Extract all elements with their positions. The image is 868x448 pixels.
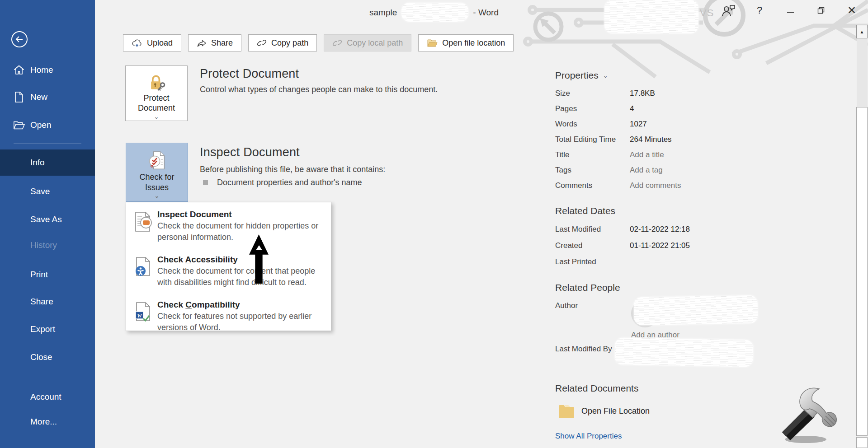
window-controls: ? ✕ (719, 2, 862, 19)
inspect-heading: Inspect Document (200, 145, 300, 159)
link-icon (332, 38, 342, 47)
new-document-icon (13, 91, 25, 103)
dropdown-caret-icon: ⌄ (154, 113, 159, 121)
scroll-up-button[interactable]: ▲ (856, 25, 868, 38)
add-tag-field[interactable]: Add a tag (630, 166, 663, 175)
menu-item-title: Check Compatibility (157, 300, 322, 310)
scrollbar-thumb[interactable] (856, 107, 868, 436)
upload-button[interactable]: Upload (123, 34, 181, 51)
home-icon (13, 64, 25, 76)
sidebar-divider (14, 144, 81, 144)
folder-icon (427, 38, 438, 47)
menu-item-title: Inspect Document (157, 210, 322, 219)
sidebar-item-history[interactable]: History (0, 235, 95, 256)
sidebar-item-open[interactable]: Open (0, 115, 95, 135)
date-row-created: Created 01-11-2022 21:05 (555, 238, 768, 254)
related-documents-heading: Related Documents (555, 383, 638, 394)
sidebar-item-more[interactable]: More... (0, 411, 95, 432)
add-comments-field[interactable]: Add comments (630, 181, 681, 190)
help-button[interactable]: ? (750, 2, 769, 19)
folder-icon (558, 404, 575, 418)
last-modified-by-redaction (614, 337, 753, 367)
author-redaction (633, 295, 758, 326)
title-bar: sample - Word (369, 4, 499, 22)
minimize-icon (787, 12, 794, 13)
check-for-issues-menu: Inspect Document Check the document for … (126, 202, 331, 331)
restore-icon (817, 7, 825, 14)
app-name: - Word (473, 8, 499, 18)
scrollbar-track[interactable] (857, 38, 868, 107)
feedback-button[interactable] (719, 2, 739, 19)
close-icon: ✕ (847, 5, 856, 16)
menu-item-title: Check Accessibility (157, 255, 322, 265)
copy-local-path-button[interactable]: Copy local path (324, 34, 411, 51)
help-icon: ? (757, 5, 762, 16)
sidebar-item-account[interactable]: Account (0, 387, 95, 407)
menu-item-desc: Check the document for content that peop… (157, 266, 322, 288)
close-button[interactable]: ✕ (842, 2, 862, 19)
upload-cloud-icon (132, 38, 142, 47)
restore-button[interactable] (811, 2, 831, 19)
protect-document-button[interactable]: Protect Document ⌄ (125, 65, 188, 121)
bullet-icon (203, 180, 208, 185)
show-all-properties-link[interactable]: Show All Properties (555, 432, 622, 441)
inspect-desc: Before publishing this file, be aware th… (200, 165, 385, 174)
sidebar-divider (14, 376, 81, 376)
date-row-last-modified: Last Modified 02-11-2022 12:18 (555, 221, 768, 238)
check-for-issues-button[interactable]: Check for Issues ⌄ (126, 143, 188, 202)
backstage-sidebar: Home New Open Info Save Save As H (0, 0, 95, 448)
word-backstage-info-screen: VS sample - Word ? ✕ (0, 0, 868, 448)
back-arrow-icon (10, 30, 29, 49)
sidebar-item-share[interactable]: Share (0, 291, 95, 312)
open-file-location-link[interactable]: Open File Location (558, 404, 650, 418)
minimize-button[interactable] (780, 2, 800, 19)
watermark-redaction (604, 0, 698, 33)
dropdown-caret-icon: ⌄ (155, 192, 160, 200)
open-file-location-button[interactable]: Open file location (418, 34, 514, 51)
sidebar-item-new[interactable]: New (0, 87, 95, 107)
document-title: sample (369, 8, 397, 18)
sidebar-item-save-as[interactable]: Save As (0, 209, 95, 230)
menu-item-check-accessibility[interactable]: Check Accessibility Check the document f… (126, 252, 331, 292)
sidebar-item-close[interactable]: Close (0, 347, 95, 368)
svg-text:W: W (137, 313, 142, 318)
related-dates-heading: Related Dates (555, 205, 615, 216)
check-accessibility-icon (134, 257, 152, 277)
sidebar-item-save[interactable]: Save (0, 181, 95, 202)
property-row-pages: Pages 4 (555, 101, 768, 117)
arrow-circle-nw-icon (535, 14, 561, 40)
menu-item-check-compatibility[interactable]: W Check Compatibility Check for features… (126, 297, 331, 337)
dropdown-caret-icon: ⌄ (603, 72, 608, 79)
inspect-bullet-row: Document properties and author's name (203, 178, 362, 187)
menu-item-desc: Check for features not supported by earl… (157, 311, 322, 333)
info-toolbar: Upload Share Copy path Copy local path (123, 34, 514, 51)
sidebar-item-info[interactable]: Info (0, 149, 95, 176)
property-row-words: Words 1027 (555, 117, 768, 132)
sidebar-item-home[interactable]: Home (0, 60, 95, 80)
property-row-size: Size 17.8KB (555, 86, 768, 101)
vs-watermark-text: VS (700, 7, 714, 19)
inspect-document-icon (134, 211, 152, 232)
properties-heading[interactable]: Properties ⌄ (555, 70, 608, 81)
link-icon (257, 38, 267, 47)
feedback-person-icon (722, 4, 736, 17)
share-arrow-icon (197, 38, 207, 47)
property-row-editing-time: Total Editing Time 264 Minutes (555, 132, 768, 147)
check-issues-icon (146, 149, 167, 172)
sidebar-item-export[interactable]: Export (0, 319, 95, 340)
hammer-image (777, 382, 844, 446)
open-folder-icon (13, 119, 25, 131)
related-people-heading: Related People (555, 282, 620, 293)
protect-desc: Control what types of changes people can… (200, 85, 438, 94)
scrollbar-bottom-segment (856, 437, 868, 448)
title-redaction (401, 3, 468, 22)
back-button[interactable] (10, 30, 29, 49)
menu-item-inspect-document[interactable]: Inspect Document Check the document for … (126, 207, 331, 247)
copy-path-button[interactable]: Copy path (248, 34, 317, 51)
check-compatibility-icon: W (134, 302, 152, 322)
sidebar-item-print[interactable]: Print (0, 264, 95, 285)
protect-lock-icon (146, 73, 167, 93)
share-button[interactable]: Share (188, 34, 241, 51)
vertical-scrollbar: ▲ (856, 22, 868, 448)
add-title-field[interactable]: Add a title (630, 150, 664, 159)
